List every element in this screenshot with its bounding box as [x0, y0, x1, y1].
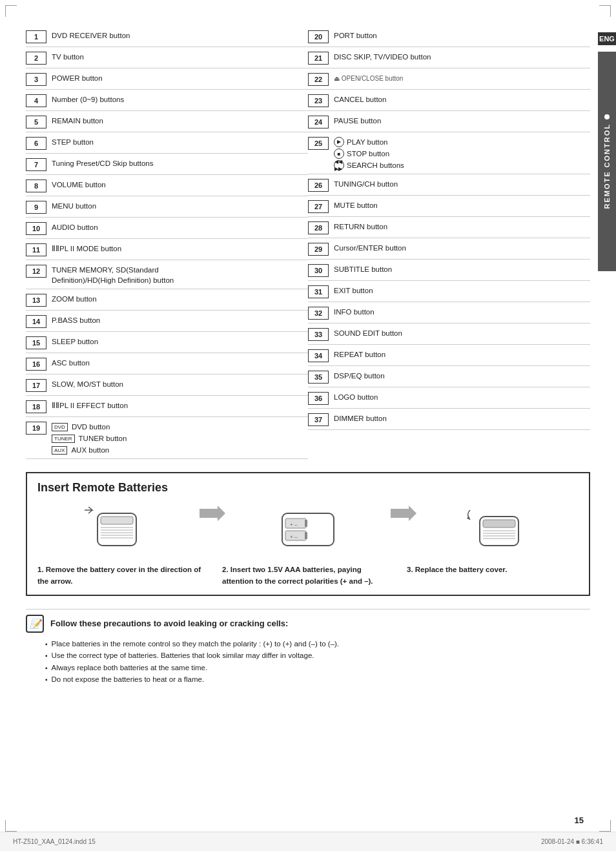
button-number-2: 2 [26, 52, 46, 65]
precaution-item: Place batteries in the remote control so… [45, 638, 590, 650]
button-number-26: 26 [308, 179, 329, 192]
button-number-16: 16 [26, 358, 46, 371]
button-number-13: 13 [26, 294, 46, 307]
left-button-row-9: 9MENU button [26, 196, 308, 218]
inline-badge: TUNER [52, 435, 75, 443]
left-button-column: 1DVD RECEIVER button2TV button3POWER but… [26, 26, 308, 459]
button-label-15: SLEEP button [52, 335, 98, 347]
right-button-row-37: 37DIMMER button [308, 409, 590, 430]
button-label-20: PORT button [334, 29, 377, 41]
svg-text:+ –: + – [290, 534, 298, 540]
button-label-19: DVDDVD buttonTUNERTUNER buttonAUXAUX but… [52, 420, 127, 455]
button-label-26: TUNING/CH button [334, 178, 398, 189]
button-label-8: VOLUME button [52, 178, 106, 190]
button-label-35: DSP/EQ button [334, 369, 385, 381]
battery-step-1: 1. Remove the battery cover in the direc… [37, 564, 209, 587]
right-button-row-25: 25▶ PLAY button■ STOP button◀◀ ▶▶ SEARCH… [308, 132, 590, 174]
svg-rect-1 [101, 517, 133, 524]
button-number-6: 6 [26, 137, 46, 150]
button-label-14: P.BASS button [52, 314, 100, 325]
battery-section: Insert Remote Batteries [26, 472, 590, 596]
left-button-row-14: 14P.BASS button [26, 311, 308, 332]
left-button-row-3: 3POWER button [26, 68, 308, 90]
precaution-icon: 📝 [26, 615, 44, 633]
button-number-28: 28 [308, 221, 329, 234]
left-button-row-19: 19DVDDVD buttonTUNERTUNER buttonAUXAUX b… [26, 417, 308, 459]
multi-line-item: DVDDVD button [52, 422, 127, 432]
left-button-row-13: 13ZOOM button [26, 289, 308, 311]
left-button-row-1: 1DVD RECEIVER button [26, 26, 308, 47]
right-button-row-35: 35DSP/EQ button [308, 366, 590, 387]
left-button-row-6: 6STEP button [26, 132, 308, 154]
corner-mark-tl [5, 5, 17, 17]
button-number-32: 32 [308, 307, 329, 320]
battery-step-2: 2. Insert two 1.5V AAA batteries, paying… [222, 564, 394, 587]
page-container: REMOTE CONTROL ENG 1DVD RECEIVER button2… [0, 0, 616, 851]
button-label-5: REMAIN button [52, 114, 103, 126]
multi-line-item: ◀◀ ▶▶ SEARCH buttons [334, 160, 404, 170]
button-number-21: 21 [308, 52, 329, 65]
right-button-row-26: 26TUNING/CH button [308, 174, 590, 196]
button-number-27: 27 [308, 200, 329, 213]
button-number-8: 8 [26, 179, 46, 192]
left-button-row-18: 18ⅡⅡPL II EFFECT button [26, 396, 308, 417]
button-label-25: ▶ PLAY button■ STOP button◀◀ ▶▶ SEARCH b… [334, 136, 404, 170]
button-number-5: 5 [26, 116, 46, 128]
button-label-13: ZOOM button [52, 292, 97, 304]
button-number-25: 25 [308, 137, 329, 150]
left-button-row-5: 5REMAIN button [26, 111, 308, 132]
right-button-row-30: 30SUBTITLE button [308, 260, 590, 281]
button-label-12: TUNER MEMORY, SD(StandardDefinition)/HD(… [52, 263, 174, 285]
corner-mark-br [599, 820, 611, 832]
left-button-row-15: 15SLEEP button [26, 332, 308, 353]
button-number-36: 36 [308, 392, 329, 405]
arrow-2 [387, 504, 420, 523]
button-list: 1DVD RECEIVER button2TV button3POWER but… [26, 26, 590, 459]
left-button-row-7: 7Tuning Preset/CD Skip buttons [26, 154, 308, 175]
button-label-32: INFO button [334, 305, 375, 317]
button-label-22: ⏏ OPEN/CLOSE button [334, 72, 403, 83]
multi-line-item: TUNERTUNER button [52, 433, 127, 444]
divider [26, 609, 590, 610]
button-label-33: SOUND EDIT button [334, 327, 402, 338]
svg-rect-10 [305, 520, 307, 527]
button-label-31: EXIT button [334, 284, 373, 296]
button-number-23: 23 [308, 94, 329, 107]
multi-line-item: ■ STOP button [334, 149, 404, 159]
svg-rect-17 [483, 520, 515, 528]
button-label-30: SUBTITLE button [334, 263, 392, 274]
right-button-row-20: 20PORT button [308, 26, 590, 47]
left-button-row-8: 8VOLUME button [26, 175, 308, 196]
button-number-20: 20 [308, 30, 329, 43]
battery-section-title: Insert Remote Batteries [37, 481, 579, 495]
svg-marker-22 [467, 516, 470, 520]
button-number-22: 22 [308, 73, 329, 86]
button-number-1: 1 [26, 30, 46, 43]
circle-icon: ▶ [334, 137, 344, 147]
precaution-header: 📝 Follow these precautions to avoid leak… [26, 615, 590, 633]
button-number-3: 3 [26, 73, 46, 86]
bottom-bar: HT-Z510_XAA_0124.indd 15 2008-01-24 ■ 6:… [0, 832, 616, 851]
right-button-column: 20PORT button21DISC SKIP, TV/VIDEO butto… [308, 26, 590, 459]
button-number-19: 19 [26, 422, 46, 435]
battery-illustration-1 [37, 504, 196, 555]
button-number-7: 7 [26, 158, 46, 171]
button-label-21: DISC SKIP, TV/VIDEO button [334, 50, 431, 62]
button-number-12: 12 [26, 265, 46, 278]
button-label-7: Tuning Preset/CD Skip buttons [52, 157, 153, 169]
button-number-18: 18 [26, 400, 46, 413]
button-number-31: 31 [308, 285, 329, 298]
button-label-2: TV button [52, 50, 84, 62]
right-button-row-28: 28RETURN button [308, 217, 590, 238]
right-button-row-31: 31EXIT button [308, 281, 590, 302]
right-button-row-23: 23CANCEL button [308, 90, 590, 111]
precaution-section: 📝 Follow these precautions to avoid leak… [26, 615, 590, 686]
button-number-33: 33 [308, 328, 329, 341]
left-button-row-17: 17SLOW, MO/ST button [26, 374, 308, 396]
button-number-35: 35 [308, 371, 329, 384]
precaution-list: Place batteries in the remote control so… [26, 638, 590, 686]
multi-line-item: ▶ PLAY button [334, 137, 404, 147]
corner-mark-bl [5, 820, 17, 832]
button-label-11: ⅡⅡPL II MODE button [52, 242, 121, 254]
side-dot [604, 114, 610, 119]
